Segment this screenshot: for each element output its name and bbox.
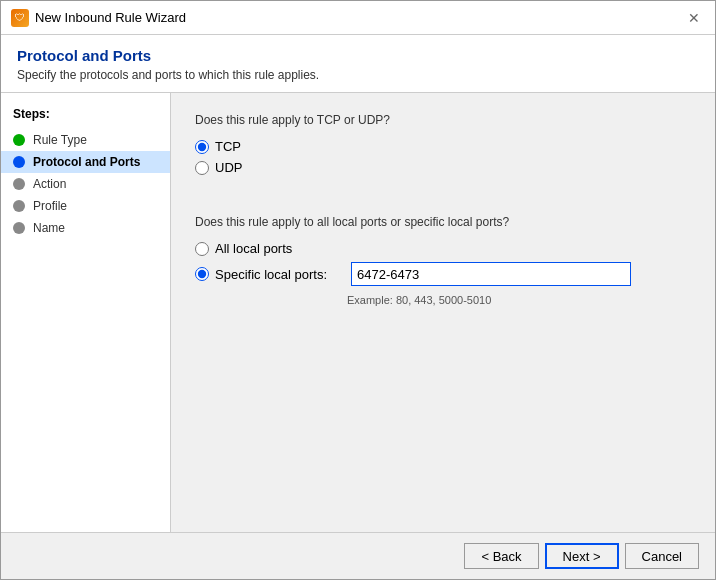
step-dot-name: [13, 222, 25, 234]
cancel-button[interactable]: Cancel: [625, 543, 699, 569]
all-ports-label: All local ports: [215, 241, 292, 256]
page-subtitle: Specify the protocols and ports to which…: [17, 68, 699, 82]
ports-example: Example: 80, 443, 5000-5010: [347, 294, 691, 306]
ports-question: Does this rule apply to all local ports …: [195, 215, 691, 229]
udp-radio[interactable]: [195, 161, 209, 175]
step-dot-rule-type: [13, 134, 25, 146]
sidebar-item-label-profile: Profile: [33, 199, 67, 213]
sidebar-item-profile[interactable]: Profile: [1, 195, 170, 217]
all-ports-radio-label[interactable]: All local ports: [195, 241, 691, 256]
tcp-radio[interactable]: [195, 140, 209, 154]
step-dot-protocol-ports: [13, 156, 25, 168]
step-dot-action: [13, 178, 25, 190]
sidebar-item-protocol-ports[interactable]: Protocol and Ports: [1, 151, 170, 173]
steps-label: Steps:: [1, 103, 170, 129]
divider: [195, 195, 691, 211]
specific-ports-input[interactable]: [351, 262, 631, 286]
sidebar-item-label-protocol-ports: Protocol and Ports: [33, 155, 140, 169]
protocol-question: Does this rule apply to TCP or UDP?: [195, 113, 691, 127]
next-button[interactable]: Next >: [545, 543, 619, 569]
protocol-radio-group: TCP UDP: [195, 139, 691, 175]
udp-radio-label[interactable]: UDP: [195, 160, 691, 175]
page-header: Protocol and Ports Specify the protocols…: [1, 35, 715, 93]
tcp-radio-label[interactable]: TCP: [195, 139, 691, 154]
window-title: New Inbound Rule Wizard: [35, 10, 186, 25]
sidebar: Steps: Rule Type Protocol and Ports Acti…: [1, 93, 171, 532]
close-button[interactable]: ✕: [683, 7, 705, 29]
back-button[interactable]: < Back: [464, 543, 538, 569]
sidebar-item-label-action: Action: [33, 177, 66, 191]
udp-label: UDP: [215, 160, 242, 175]
page-title: Protocol and Ports: [17, 47, 699, 64]
sidebar-item-label-rule-type: Rule Type: [33, 133, 87, 147]
footer: < Back Next > Cancel: [1, 532, 715, 579]
ports-section: Does this rule apply to all local ports …: [195, 215, 691, 306]
main-area: Does this rule apply to TCP or UDP? TCP …: [171, 93, 715, 532]
content-area: Steps: Rule Type Protocol and Ports Acti…: [1, 93, 715, 532]
all-ports-radio[interactable]: [195, 242, 209, 256]
title-bar-left: 🛡 New Inbound Rule Wizard: [11, 9, 186, 27]
sidebar-item-action[interactable]: Action: [1, 173, 170, 195]
tcp-label: TCP: [215, 139, 241, 154]
title-bar: 🛡 New Inbound Rule Wizard ✕: [1, 1, 715, 35]
specific-ports-label: Specific local ports:: [215, 267, 345, 282]
sidebar-item-rule-type[interactable]: Rule Type: [1, 129, 170, 151]
specific-ports-row: Specific local ports:: [195, 262, 691, 286]
sidebar-item-name[interactable]: Name: [1, 217, 170, 239]
app-icon: 🛡: [11, 9, 29, 27]
step-dot-profile: [13, 200, 25, 212]
sidebar-item-label-name: Name: [33, 221, 65, 235]
wizard-window: 🛡 New Inbound Rule Wizard ✕ Protocol and…: [0, 0, 716, 580]
specific-ports-radio[interactable]: [195, 267, 209, 281]
